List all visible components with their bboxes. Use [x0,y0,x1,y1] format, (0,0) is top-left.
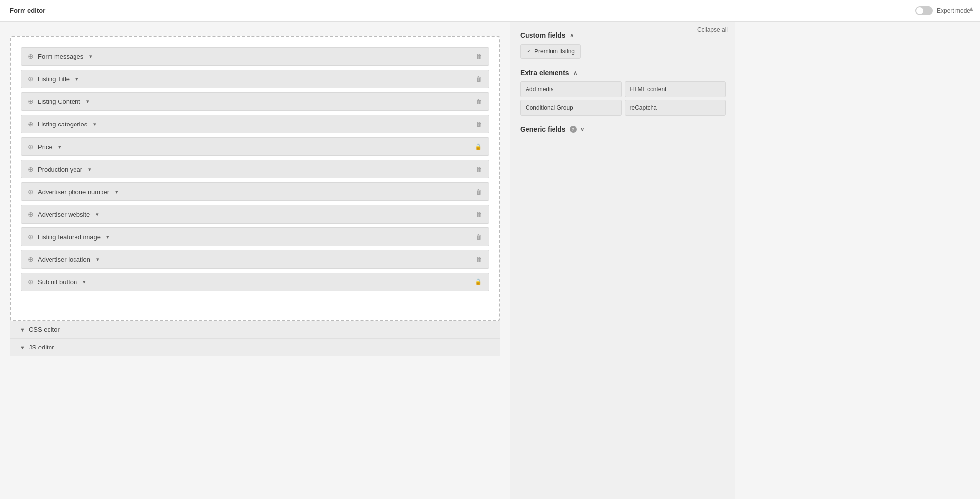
extra-element-add-media-button[interactable]: Add media [520,81,622,97]
top-bar-right: Expert mode ▲ [915,6,970,15]
delete-icon[interactable]: 🗑 [476,233,482,241]
row-dropdown-icon[interactable]: ▾ [83,279,86,285]
premium-listing-label: Premium listing [534,48,575,55]
js-editor-label: JS editor [29,344,54,351]
form-row-advertiser-phone[interactable]: ⊕ Advertiser phone number ▾ 🗑 [21,182,489,201]
delete-icon[interactable]: 🗑 [476,98,482,105]
drag-handle-icon: ⊕ [28,255,34,263]
js-editor-chevron: ▼ [20,345,25,350]
drag-handle-icon: ⊕ [28,188,34,196]
drag-handle-icon: ⊕ [28,52,34,60]
css-editor-row[interactable]: ▼ CSS editor [10,321,500,339]
delete-icon[interactable]: 🗑 [476,256,482,263]
form-row-left: ⊕ Price ▾ [28,143,61,150]
extra-element-html-content-button[interactable]: HTML content [625,81,726,97]
generic-fields-help-icon[interactable]: ? [570,126,577,133]
generic-fields-chevron[interactable]: ∨ [580,126,584,133]
form-row-listing-categories[interactable]: ⊕ Listing categories ▾ 🗑 [21,115,489,133]
custom-fields-header: Custom fields ∧ [520,31,726,39]
form-row-price[interactable]: ⊕ Price ▾ 🔒 [21,137,489,156]
form-row-left: ⊕ Listing Content ▾ [28,98,89,105]
row-dropdown-icon[interactable]: ▾ [88,166,91,173]
extra-elements-chevron[interactable]: ∧ [573,70,577,76]
delete-icon[interactable]: 🗑 [476,211,482,218]
form-row-label: Listing categories [38,121,87,128]
right-panel-inner: Custom fields ∧ ✓ Premium listing Extra … [510,22,735,153]
form-row-form-messages[interactable]: ⊕ Form messages ▾ 🗑 [21,47,489,66]
row-dropdown-icon[interactable]: ▾ [115,189,118,195]
row-dropdown-icon[interactable]: ▾ [58,144,61,150]
form-row-label: Listing Content [38,98,80,105]
drag-handle-icon: ⊕ [28,143,34,150]
generic-fields-title: Generic fields [520,125,566,133]
extra-element-recaptcha-button[interactable]: reCaptcha [625,100,726,116]
form-row-left: ⊕ Listing featured image ▾ [28,233,109,241]
bottom-editors: ▼ CSS editor ▼ JS editor [10,321,500,356]
form-row-listing-featured-image[interactable]: ⊕ Listing featured image ▾ 🗑 [21,227,489,246]
css-editor-label: CSS editor [29,326,60,333]
right-panel: ❯ Collapse all Custom fields ∧ ✓ Premium… [510,22,735,499]
form-row-left: ⊕ Listing categories ▾ [28,120,96,128]
right-panel-toggle[interactable]: ❯ [510,252,510,268]
extra-element-conditional-group-button[interactable]: Conditional Group [520,100,622,116]
delete-icon[interactable]: 🗑 [476,188,482,196]
custom-fields-chevron[interactable]: ∧ [570,32,574,39]
drag-handle-icon: ⊕ [28,75,34,83]
row-dropdown-icon[interactable]: ▾ [89,53,92,60]
row-dropdown-icon[interactable]: ▾ [75,76,78,82]
custom-fields-title: Custom fields [520,31,566,39]
delete-icon[interactable]: 🗑 [476,53,482,60]
custom-fields-section: Custom fields ∧ ✓ Premium listing [520,31,726,59]
form-canvas: ⊕ Form messages ▾ 🗑 ⊕ Listing Title ▾ 🗑 … [10,36,500,321]
form-row-left: ⊕ Form messages ▾ [28,52,92,60]
generic-fields-section: Generic fields ? ∨ [520,125,726,133]
css-editor-chevron: ▼ [20,327,25,333]
form-row-left: ⊕ Listing Title ▾ [28,75,78,83]
drag-handle-icon: ⊕ [28,98,34,105]
expert-mode-toggle[interactable] [915,6,933,15]
form-row-advertiser-location[interactable]: ⊕ Advertiser location ▾ 🗑 [21,250,489,269]
minimize-button[interactable]: ▲ [967,5,975,13]
expert-mode-label: Expert mode [937,7,970,14]
delete-icon[interactable]: 🗑 [476,75,482,83]
form-row-listing-content[interactable]: ⊕ Listing Content ▾ 🗑 [21,92,489,111]
top-bar: Form editor Expert mode ▲ [0,0,980,22]
main-layout: ⊕ Form messages ▾ 🗑 ⊕ Listing Title ▾ 🗑 … [0,22,980,499]
row-dropdown-icon[interactable]: ▾ [86,99,89,105]
js-editor-row[interactable]: ▼ JS editor [10,339,500,356]
extra-elements-header: Extra elements ∧ [520,69,726,76]
delete-icon[interactable]: 🗑 [476,166,482,173]
form-row-left: ⊕ Advertiser phone number ▾ [28,188,118,196]
form-row-label: Advertiser phone number [38,188,109,196]
premium-listing-check-icon: ✓ [527,48,531,55]
row-dropdown-icon[interactable]: ▾ [93,121,96,127]
form-row-label: Advertiser website [38,211,90,218]
form-row-production-year[interactable]: ⊕ Production year ▾ 🗑 [21,160,489,178]
form-row-label: Production year [38,166,82,173]
form-row-label: Submit button [38,278,77,286]
form-row-advertiser-website[interactable]: ⊕ Advertiser website ▾ 🗑 [21,205,489,224]
form-row-label: Listing Title [38,75,70,83]
extra-elements-section: Extra elements ∧ Add mediaHTML contentCo… [520,69,726,116]
page-title: Form editor [10,7,45,14]
lock-icon[interactable]: 🔒 [475,143,482,150]
form-row-submit-button[interactable]: ⊕ Submit button ▾ 🔒 [21,273,489,291]
delete-icon[interactable]: 🗑 [476,121,482,128]
generic-fields-header: Generic fields ? ∨ [520,125,726,133]
form-row-left: ⊕ Production year ▾ [28,165,91,173]
lock-icon[interactable]: 🔒 [475,278,482,285]
left-panel: ⊕ Form messages ▾ 🗑 ⊕ Listing Title ▾ 🗑 … [0,22,510,499]
row-dropdown-icon[interactable]: ▾ [96,211,99,218]
extra-elements-title: Extra elements [520,69,569,76]
row-dropdown-icon[interactable]: ▾ [106,234,109,240]
drag-handle-icon: ⊕ [28,210,34,218]
premium-listing-button[interactable]: ✓ Premium listing [520,44,581,59]
row-dropdown-icon[interactable]: ▾ [96,256,99,263]
form-row-listing-title[interactable]: ⊕ Listing Title ▾ 🗑 [21,70,489,88]
drag-handle-icon: ⊕ [28,120,34,128]
form-row-left: ⊕ Advertiser website ▾ [28,210,99,218]
form-row-left: ⊕ Advertiser location ▾ [28,255,99,263]
form-row-label: Listing featured image [38,233,101,241]
form-row-label: Form messages [38,53,83,60]
drag-handle-icon: ⊕ [28,165,34,173]
